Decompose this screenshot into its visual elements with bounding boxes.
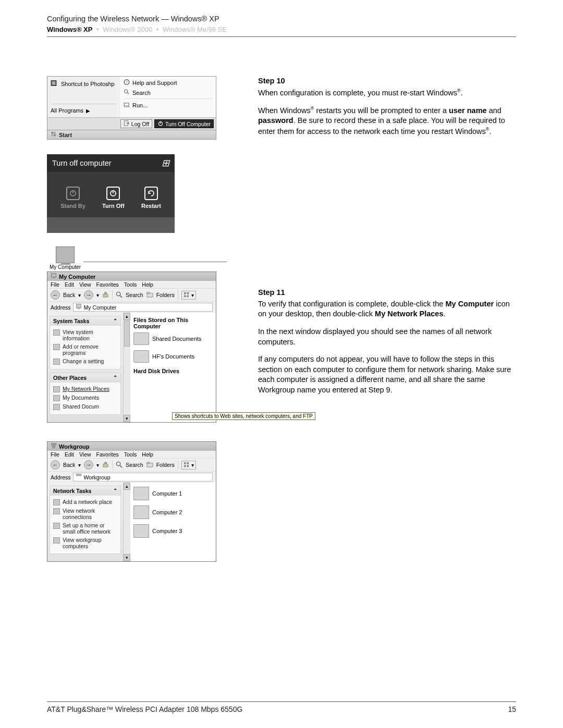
collapse-icon[interactable]: ⌃ xyxy=(113,488,117,494)
menu-file[interactable]: File xyxy=(51,451,59,458)
scroll-thumb[interactable] xyxy=(124,320,130,347)
folder-shared-documents[interactable]: Shared Documents xyxy=(133,332,213,345)
start-menu-item-photoshop[interactable]: Shortcut to Photoshp xyxy=(51,79,117,89)
scrollbar[interactable]: ▴ ▾ xyxy=(123,313,130,422)
step-11-block: Step 11 To verify that configuration is … xyxy=(258,288,516,319)
standby-button[interactable]: Stand By xyxy=(60,187,85,209)
computer-icon xyxy=(133,487,149,500)
restart-button[interactable]: Restart xyxy=(141,187,161,209)
computer-icon xyxy=(133,524,149,538)
address-field[interactable]: Workgroup xyxy=(73,473,213,482)
computer-icon xyxy=(56,246,75,263)
add-place-icon xyxy=(53,499,60,505)
standby-icon xyxy=(66,187,80,200)
link-shared-documents[interactable]: Shared Docum xyxy=(53,402,117,411)
svg-rect-12 xyxy=(51,134,53,137)
back-button[interactable]: ← xyxy=(51,460,60,470)
dropdown-icon[interactable]: ▾ xyxy=(96,462,99,468)
dropdown-icon[interactable]: ▾ xyxy=(78,462,81,468)
computer-3[interactable]: Computer 3 xyxy=(133,524,213,538)
logoff-button[interactable]: Log Off xyxy=(120,119,152,128)
svg-rect-31 xyxy=(54,443,56,445)
network-icon xyxy=(76,474,82,480)
forward-button[interactable]: → xyxy=(84,460,93,470)
collapse-icon[interactable]: ⌃ xyxy=(113,318,117,324)
titlebar[interactable]: My Computer xyxy=(47,272,216,281)
search-button[interactable]: Search xyxy=(126,292,143,298)
menu-view[interactable]: View xyxy=(79,451,91,458)
menu-edit[interactable]: Edit xyxy=(65,451,74,458)
menu-file[interactable]: File xyxy=(51,281,59,288)
start-menu-all-programs[interactable]: All Programs ▶ xyxy=(51,104,117,115)
link-my-documents[interactable]: My Documents xyxy=(53,393,117,402)
computer-2[interactable]: Computer 2 xyxy=(133,505,213,519)
menu-view[interactable]: View xyxy=(79,281,91,288)
menu-tools[interactable]: Tools xyxy=(124,451,137,458)
svg-line-5 xyxy=(127,93,129,94)
titlebar[interactable]: Workgroup xyxy=(47,442,216,451)
views-button[interactable]: ▾ xyxy=(181,461,196,470)
window-title: Workgroup xyxy=(59,443,89,450)
svg-text:?: ? xyxy=(126,80,128,84)
turnoff-button[interactable]: Turn Off Computer xyxy=(154,119,214,128)
scroll-down-icon[interactable]: ▾ xyxy=(124,415,130,422)
folder-icon xyxy=(53,404,60,410)
menu-tools[interactable]: Tools xyxy=(124,281,137,288)
forward-button[interactable]: → xyxy=(84,290,93,300)
back-label: Back xyxy=(63,462,75,468)
search-button[interactable]: Search xyxy=(126,462,143,468)
start-menu-item-run[interactable]: Run... xyxy=(124,100,213,110)
help-icon: ? xyxy=(124,79,130,86)
up-button[interactable] xyxy=(102,461,109,469)
dropdown-icon[interactable]: ▾ xyxy=(78,292,81,298)
folders-button[interactable]: Folders xyxy=(156,462,175,468)
folders-button[interactable]: Folders xyxy=(156,292,175,298)
address-field[interactable]: My Computer xyxy=(73,303,213,312)
computer-icon xyxy=(76,304,82,311)
dropdown-icon[interactable]: ▾ xyxy=(96,292,99,298)
start-button[interactable]: Start xyxy=(47,130,216,139)
menu-favorites[interactable]: Favorites xyxy=(96,451,119,458)
start-menu-item-help[interactable]: ? Help and Support xyxy=(124,78,213,88)
scroll-down-icon[interactable]: ▾ xyxy=(124,554,130,561)
toolbar: ← Back ▾ → ▾ Search Fold xyxy=(47,288,216,302)
power-icon xyxy=(106,187,120,200)
scroll-up-icon[interactable]: ▴ xyxy=(124,483,130,490)
turnoff-option-button[interactable]: Turn Off xyxy=(102,187,125,209)
task-change-setting[interactable]: Change a setting xyxy=(53,357,117,366)
workgroup-window: Workgroup File Edit View Favorites Tools… xyxy=(47,441,216,562)
link-label: View system information xyxy=(63,329,117,341)
svg-rect-10 xyxy=(51,132,53,134)
up-button[interactable] xyxy=(102,291,109,299)
menu-favorites[interactable]: Favorites xyxy=(96,281,119,288)
group-heading: Hard Disk Drives xyxy=(133,368,213,374)
task-add-remove[interactable]: Add or remove programs xyxy=(53,342,117,357)
link-my-network-places[interactable]: My Network Places xyxy=(53,385,117,393)
scrollbar[interactable]: ▴ ▾ xyxy=(123,483,130,561)
svg-rect-40 xyxy=(187,465,189,467)
start-menu-label: All Programs xyxy=(51,107,83,114)
svg-point-20 xyxy=(117,292,120,295)
my-computer-desktop-icon[interactable]: My Computer xyxy=(47,246,83,270)
folder-icon xyxy=(53,395,60,401)
start-menu-label: Help and Support xyxy=(132,80,177,86)
views-button[interactable]: ▾ xyxy=(181,291,196,300)
menu-edit[interactable]: Edit xyxy=(65,281,74,288)
task-view-system-info[interactable]: View system information xyxy=(53,328,117,342)
scroll-up-icon[interactable]: ▴ xyxy=(124,313,130,320)
start-menu-item-search[interactable]: Search xyxy=(124,88,213,97)
back-button[interactable]: ← xyxy=(51,290,60,300)
svg-rect-39 xyxy=(184,465,186,467)
task-view-workgroup[interactable]: View workgroup computers xyxy=(53,536,117,550)
menu-help[interactable]: Help xyxy=(142,281,153,288)
task-view-connections[interactable]: View network connections xyxy=(53,507,117,521)
collapse-icon[interactable]: ⌃ xyxy=(113,375,117,381)
breadcrumb-item: Windows® 2000 xyxy=(103,26,152,33)
computer-1[interactable]: Computer 1 xyxy=(133,487,213,500)
task-setup-network[interactable]: Set up a home or small office network xyxy=(53,521,117,536)
turn-off-dialog: Turn off computer ⊞ Stand By Turn xyxy=(47,154,175,233)
menu-help[interactable]: Help xyxy=(142,451,153,458)
task-add-network-place[interactable]: Add a network place xyxy=(53,498,117,507)
window-title: My Computer xyxy=(59,274,95,280)
folder-hf-documents[interactable]: HF's Documents xyxy=(133,350,213,363)
